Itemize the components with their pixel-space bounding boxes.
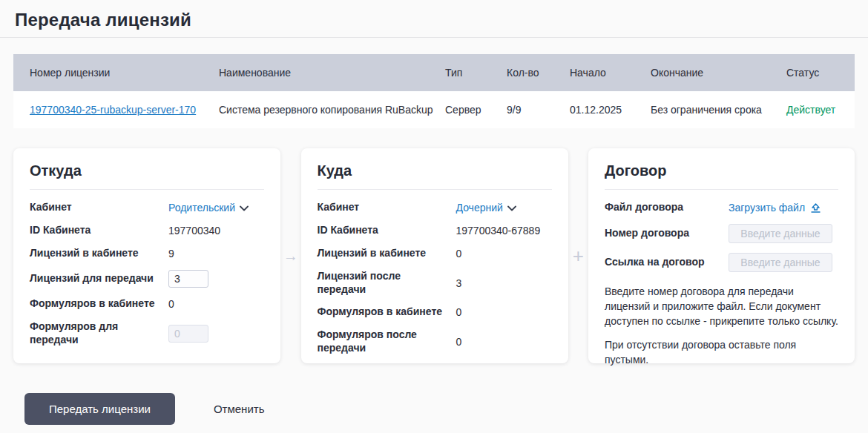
contract-file-label: Файл договора xyxy=(605,201,729,214)
cabinet-label: Кабинет xyxy=(318,201,456,214)
col-header-quantity: Кол-во xyxy=(507,67,570,79)
page-header: Передача лицензий xyxy=(0,0,868,38)
licenses-after-transfer-label: Лицензий после передачи xyxy=(318,270,456,296)
to-licenses-in-cabinet-value: 0 xyxy=(456,248,462,260)
forms-to-transfer-label: Формуляров для передачи xyxy=(30,320,168,346)
forms-in-cabinet-label: Формуляров в кабинете xyxy=(30,297,168,311)
contract-empty-hint-text: При отсутствии договора оставьте поля пу… xyxy=(605,337,838,367)
arrow-right-icon: → xyxy=(280,148,301,363)
to-licenses-after-value: 3 xyxy=(456,277,462,289)
forms-to-transfer-input xyxy=(168,325,208,343)
to-forms-in-cabinet-value: 0 xyxy=(456,306,462,318)
transfer-licenses-button[interactable]: Передать лицензии xyxy=(24,393,175,425)
to-cabinet-select[interactable]: Дочерний xyxy=(456,202,516,214)
contract-number-input[interactable] xyxy=(729,224,832,243)
col-header-type: Тип xyxy=(445,67,507,79)
from-cabinet-select[interactable]: Родительский xyxy=(168,202,249,214)
col-header-status: Статус xyxy=(786,67,855,79)
license-end-date: Без ограничения срока xyxy=(651,104,786,116)
from-card: Откуда Кабинет Родительский ID Кабинета … xyxy=(13,148,280,363)
status-badge: Действует xyxy=(786,104,855,116)
contract-hint-text: Введите номер договора для передачи лице… xyxy=(605,284,838,328)
col-header-end: Окончание xyxy=(651,67,786,79)
col-header-name: Наименование xyxy=(219,67,445,79)
from-cabinet-id-value: 197700340 xyxy=(168,225,220,237)
to-card-title: Куда xyxy=(318,162,552,190)
cancel-button[interactable]: Отменить xyxy=(214,403,265,415)
licenses-in-cabinet-label: Лицензий в кабинете xyxy=(318,247,456,260)
to-card: Куда Кабинет Дочерний ID Кабинета 197700… xyxy=(301,148,568,363)
license-quantity: 9/9 xyxy=(507,104,570,116)
to-forms-after-value: 0 xyxy=(456,336,462,348)
licenses-to-transfer-label: Лицензий для передачи xyxy=(30,272,168,285)
table-header-row: Номер лицензии Наименование Тип Кол-во Н… xyxy=(13,54,855,91)
cabinet-id-label: ID Кабинета xyxy=(30,224,168,237)
license-number-link[interactable]: 197700340-25-rubackup-server-170 xyxy=(30,104,196,116)
contract-card-title: Договор xyxy=(605,162,838,190)
forms-in-cabinet-label: Формуляров в кабинете xyxy=(318,305,456,319)
licenses-in-cabinet-label: Лицензий в кабинете xyxy=(30,247,168,260)
license-table: Номер лицензии Наименование Тип Кол-во Н… xyxy=(13,54,855,128)
contract-link-input[interactable] xyxy=(729,253,832,272)
chevron-down-icon xyxy=(240,205,249,211)
cabinet-label: Кабинет xyxy=(30,201,168,214)
contract-link-label: Ссылка на договор xyxy=(605,256,729,269)
page-title: Передача лицензий xyxy=(15,10,853,30)
contract-number-label: Номер договора xyxy=(605,227,729,240)
forms-after-transfer-label: Формуляров после передачи xyxy=(318,328,456,354)
license-name: Система резервного копирования RuBackup xyxy=(219,104,445,116)
from-forms-in-cabinet-value: 0 xyxy=(168,298,174,310)
table-row: 197700340-25-rubackup-server-170 Система… xyxy=(13,91,855,128)
cabinet-id-label: ID Кабинета xyxy=(318,224,456,237)
contract-card: Договор Файл договора Загрузить файл Ном… xyxy=(588,148,855,363)
col-header-license-number: Номер лицензии xyxy=(13,67,219,79)
chevron-down-icon xyxy=(507,205,516,211)
col-header-start: Начало xyxy=(570,67,651,79)
upload-file-link[interactable]: Загрузить файл xyxy=(729,202,821,214)
from-licenses-in-cabinet-value: 9 xyxy=(168,248,174,260)
licenses-to-transfer-input[interactable] xyxy=(168,270,208,288)
plus-icon: + xyxy=(568,148,589,363)
actions-bar: Передать лицензии Отменить xyxy=(13,393,855,425)
license-start-date: 01.12.2025 xyxy=(570,104,651,116)
license-type: Сервер xyxy=(445,104,507,116)
from-card-title: Откуда xyxy=(30,162,264,190)
to-cabinet-id-value: 197700340-67889 xyxy=(456,225,541,237)
upload-icon xyxy=(810,203,821,213)
